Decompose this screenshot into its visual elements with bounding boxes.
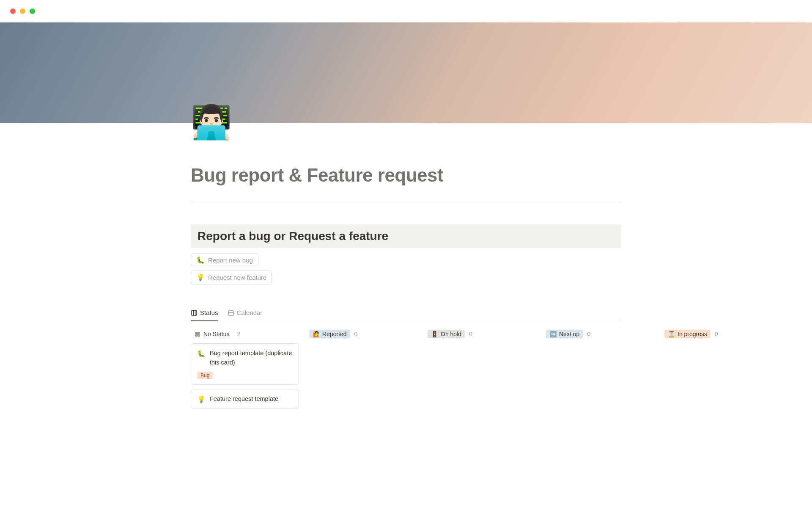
column-count: 0 xyxy=(354,331,358,337)
status-label-in-progress[interactable]: ⏳ In progress xyxy=(664,330,710,338)
callout-block: Report a bug or Request a feature xyxy=(191,224,621,248)
traffic-light-icon: 🚦 xyxy=(431,331,438,337)
card-feature-request-template[interactable]: 💡 Feature request template xyxy=(191,389,299,409)
page-cover[interactable] xyxy=(0,22,812,123)
board-icon xyxy=(191,309,198,316)
bug-icon: 🐛 xyxy=(197,350,206,358)
button-label: Request new feature xyxy=(208,274,266,281)
inbox-icon xyxy=(194,331,201,337)
calendar-icon xyxy=(228,309,234,316)
page-icon[interactable]: 👨🏻‍💻 xyxy=(191,105,232,138)
svg-rect-3 xyxy=(228,311,233,315)
column-no-status: No Status 2 🐛 Bug report template (dupli… xyxy=(191,330,299,413)
tab-calendar[interactable]: Calendar xyxy=(228,309,263,321)
column-count: 0 xyxy=(469,331,472,337)
button-label: Report new bug xyxy=(208,257,253,264)
page-title[interactable]: Bug report & Feature request xyxy=(191,123,621,186)
arrow-right-icon: ➡️ xyxy=(549,331,557,337)
status-label-reported[interactable]: 🙋 Reported xyxy=(309,330,350,338)
svg-rect-0 xyxy=(192,310,197,315)
view-tabs: Status Calendar xyxy=(191,309,621,321)
minimize-window-button[interactable] xyxy=(20,8,25,14)
column-count: 0 xyxy=(715,331,718,337)
request-new-feature-button[interactable]: 💡 Request new feature xyxy=(191,271,272,284)
card-title: Bug report template (duplicate this card… xyxy=(210,349,293,367)
card-title: Feature request template xyxy=(210,395,278,404)
divider xyxy=(191,202,621,202)
hourglass-icon: ⏳ xyxy=(668,331,675,337)
column-on-hold: 🚦 On hold 0 xyxy=(428,330,536,413)
column-in-progress: ⏳ In progress 0 xyxy=(664,330,773,413)
kanban-board: No Status 2 🐛 Bug report template (dupli… xyxy=(191,330,621,430)
lightbulb-icon: 💡 xyxy=(197,395,206,403)
status-label-no-status[interactable]: No Status xyxy=(191,330,233,338)
card-bug-report-template[interactable]: 🐛 Bug report template (duplicate this ca… xyxy=(191,343,299,385)
tab-label: Status xyxy=(200,309,218,316)
column-reported: 🙋 Reported 0 xyxy=(309,330,417,413)
tab-label: Calendar xyxy=(237,309,263,316)
close-window-button[interactable] xyxy=(10,8,16,14)
status-label-next-up[interactable]: ➡️ Next up xyxy=(546,330,583,338)
status-label-on-hold[interactable]: 🚦 On hold xyxy=(428,330,465,338)
maximize-window-button[interactable] xyxy=(30,8,35,14)
column-count: 0 xyxy=(587,331,590,337)
lightbulb-icon: 💡 xyxy=(196,273,205,282)
column-count: 2 xyxy=(237,331,240,337)
tab-status[interactable]: Status xyxy=(191,309,218,321)
window-titlebar xyxy=(0,0,812,22)
tag-bug: Bug xyxy=(197,372,213,379)
callout-heading: Report a bug or Request a feature xyxy=(198,229,614,243)
report-new-bug-button[interactable]: 🐛 Report new bug xyxy=(191,253,258,267)
raising-hand-icon: 🙋 xyxy=(313,331,320,337)
bug-icon: 🐛 xyxy=(196,256,205,264)
column-next-up: ➡️ Next up 0 xyxy=(546,330,654,413)
